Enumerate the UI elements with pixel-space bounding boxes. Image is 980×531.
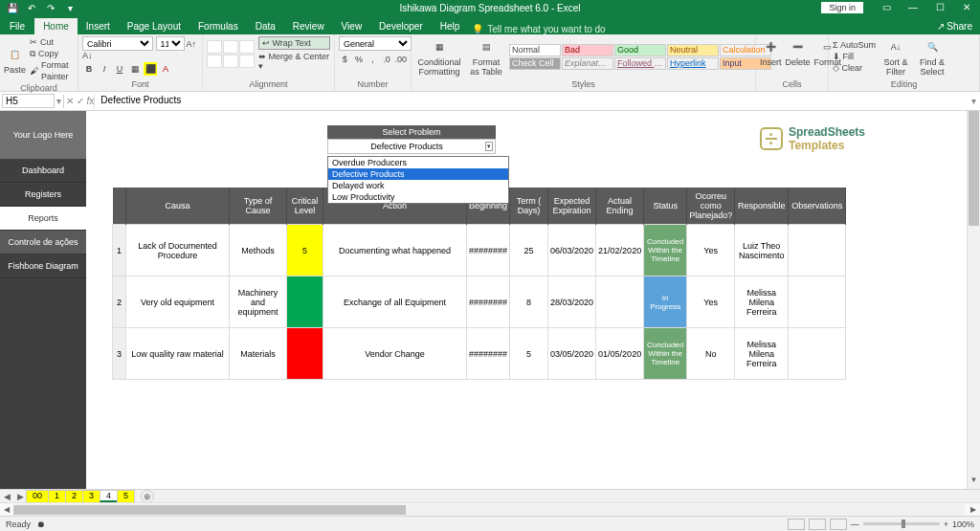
conditional-formatting-button[interactable]: ▦Conditional Formatting [415,36,463,77]
find-select-button[interactable]: 🔍Find & Select [916,36,948,77]
font-color-button[interactable]: A [159,62,172,76]
maximize-icon[interactable]: ☐ [926,0,953,15]
format-as-table-button[interactable]: ▤Format as Table [467,36,505,77]
border-button[interactable]: ▦ [128,62,142,76]
copy-button[interactable]: ⧉ Copy [30,48,74,59]
table-cell[interactable]: Very old equipment [126,277,230,328]
table-cell[interactable]: Vendor Change [323,328,467,380]
comma-button[interactable]: , [367,53,379,66]
sidebar-item-fishbone[interactable]: Fishbone Diagram [0,254,86,278]
increase-decimal-button[interactable]: .0 [381,53,393,66]
page-layout-view-button[interactable] [809,519,826,530]
problem-option[interactable]: Low Productivity [328,191,508,203]
sheet-tab[interactable]: 00 [26,490,49,502]
scroll-right-icon[interactable]: ▶ [967,505,980,514]
table-cell[interactable]: Materials [230,328,287,380]
horizontal-scrollbar[interactable]: ◀ ▶ [0,502,980,516]
decrease-decimal-button[interactable]: .00 [394,53,407,66]
tab-data[interactable]: Data [247,18,284,34]
table-cell[interactable]: 10 [287,328,323,380]
redo-icon[interactable]: ↷ [42,3,59,13]
table-cell[interactable]: 3 [287,277,323,328]
table-cell[interactable]: No [687,328,735,380]
table-cell[interactable]: 25 [510,225,548,277]
qat-more-icon[interactable]: ▾ [61,3,78,13]
worksheet[interactable]: Select Problem Defective Products Overdu… [86,111,980,489]
sheet-tab[interactable]: 3 [82,490,100,502]
minimize-icon[interactable]: — [900,0,926,15]
table-row[interactable]: 2Very old equipmentMachinery and equipme… [113,277,846,328]
table-row[interactable]: 3Low quality raw materialMaterials10Vend… [113,328,846,380]
style-normal[interactable]: Normal [509,44,561,56]
tab-nav-next-icon[interactable]: ▶ [13,492,27,501]
style-expl[interactable]: Explanatory ... [562,57,613,70]
scroll-down-icon[interactable]: ▼ [968,476,980,489]
style-bad[interactable]: Bad [562,44,613,56]
tab-developer[interactable]: Developer [370,18,432,34]
zoom-out-button[interactable]: — [851,520,859,529]
table-header[interactable]: Expected Expiration [548,188,596,225]
zoom-in-button[interactable]: + [944,520,948,529]
table-cell[interactable]: 28/03/2020 [548,277,596,328]
sheet-tab[interactable]: 2 [65,490,83,502]
table-header[interactable]: Actual Ending [596,188,644,225]
expand-formula-bar-icon[interactable]: ▾ [968,96,980,106]
fx-icon[interactable]: fx [87,96,95,106]
hscroll-thumb[interactable] [13,505,406,515]
cancel-formula-icon[interactable]: ✕ [66,96,74,106]
table-cell[interactable] [789,328,846,380]
table-cell[interactable]: 21/02/2020 [596,225,644,277]
table-header[interactable]: Type of Cause [230,188,287,225]
add-sheet-button[interactable]: ⊕ [141,490,154,503]
share-button[interactable]: ↗ Share [929,18,980,34]
save-icon[interactable]: 💾 [4,3,21,13]
table-header[interactable]: Responsible [735,188,789,225]
table-cell[interactable]: 5 [287,225,323,277]
table-cell[interactable]: Melissa Milena Ferreira [735,328,789,380]
problem-option[interactable]: Overdue Producers [328,157,508,168]
tab-review[interactable]: Review [284,18,333,34]
table-cell[interactable]: 8 [510,277,548,328]
file-tab[interactable]: File [0,18,34,34]
sort-filter-button[interactable]: A↓Sort & Filter [880,36,912,77]
table-header[interactable]: Term ( Days) [510,188,548,225]
table-cell[interactable]: 01/05/2020 [596,328,644,380]
scroll-thumb[interactable] [969,111,979,226]
table-cell[interactable]: Luiz Theo Nascimento [735,225,789,277]
table-cell[interactable]: Exchange of all Equipment [323,277,467,328]
table-cell[interactable]: 06/03/2020 [548,225,596,277]
vertical-scrollbar[interactable]: ▲ ▼ [967,111,980,489]
table-header[interactable]: Critical Level [287,188,323,225]
table-cell[interactable]: 1 [113,225,126,277]
table-cell[interactable]: 2 [113,277,126,328]
table-cell[interactable]: Yes [687,277,735,328]
table-row[interactable]: 1Lack of Documented ProcedureMethods5Doc… [113,225,846,277]
paste-button[interactable]: 📋 Paste [4,44,26,75]
format-painter-button[interactable]: 🖌 Format Painter [30,59,74,82]
sidebar-item-dashboard[interactable]: Dashboard [0,159,86,183]
macro-record-icon[interactable]: ⏺ [36,520,45,529]
sidebar-item-controle[interactable]: Controle de ações [0,231,86,254]
table-cell[interactable]: In Progress [644,277,687,328]
table-header[interactable]: Status [644,188,687,225]
sheet-tab[interactable]: 1 [48,490,66,502]
table-cell[interactable]: Melissa Milena Ferreira [735,277,789,328]
table-cell[interactable]: ######## [467,328,510,380]
style-check[interactable]: Check Cell [509,57,561,70]
sidebar-item-registers[interactable]: Registers [0,183,86,207]
table-cell[interactable]: Concluded Within the Timeline [644,225,687,277]
merge-center-button[interactable]: ⬌ Merge & Center ▾ [258,52,330,71]
sheet-tab[interactable]: 4 [100,490,118,502]
name-box-dropdown-icon[interactable]: ▾ [56,96,61,106]
table-cell[interactable]: ######## [467,225,510,277]
table-cell[interactable]: Machinery and equipment [230,277,287,328]
italic-button[interactable]: I [98,62,111,76]
shrink-font-icon[interactable]: A↓ [82,51,93,60]
table-cell[interactable]: Documenting what happened [323,225,467,277]
style-hyperlink[interactable]: Hyperlink [667,57,719,70]
table-cell[interactable] [596,277,644,328]
autosum-button[interactable]: Σ AutoSum [833,39,876,51]
tab-view[interactable]: View [333,18,371,34]
table-cell[interactable]: Methods [230,225,287,277]
cut-button[interactable]: ✂ Cut [30,36,74,48]
